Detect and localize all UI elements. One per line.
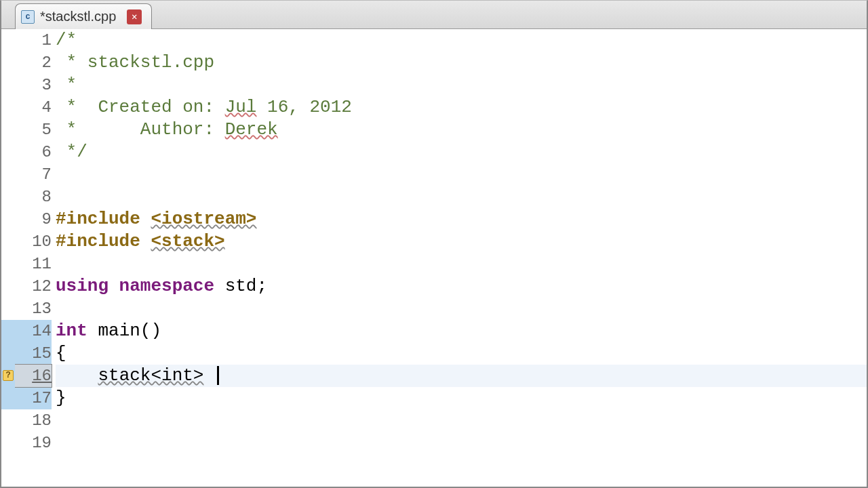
line-number: 18 bbox=[15, 409, 52, 432]
code-line[interactable]: * stackstl.cpp bbox=[56, 52, 867, 74]
code-line[interactable] bbox=[56, 409, 867, 432]
marker-cell bbox=[1, 230, 15, 253]
marker-cell bbox=[1, 409, 15, 432]
line-number: 1 bbox=[15, 29, 52, 52]
line-number: 4 bbox=[15, 96, 52, 119]
marker-cell bbox=[1, 432, 15, 454]
line-number: 16 bbox=[15, 365, 52, 387]
marker-cell bbox=[1, 208, 15, 230]
marker-cell bbox=[1, 320, 15, 342]
code-line[interactable]: int main() bbox=[56, 320, 867, 342]
editor-window: c *stackstl.cpp ✕ ? 12345678910111213141… bbox=[0, 0, 868, 488]
line-number: 7 bbox=[15, 163, 52, 186]
code-line[interactable] bbox=[56, 253, 867, 275]
code-line[interactable] bbox=[56, 298, 867, 320]
line-number: 5 bbox=[15, 119, 52, 141]
marker-cell bbox=[1, 342, 15, 365]
tab-bar: c *stackstl.cpp ✕ bbox=[1, 1, 867, 29]
code-line[interactable] bbox=[56, 432, 867, 454]
code-line[interactable]: * Author: Derek bbox=[56, 119, 867, 141]
code-line[interactable]: */ bbox=[56, 141, 867, 163]
line-number: 3 bbox=[15, 74, 52, 96]
code-line[interactable]: #include <iostream> bbox=[56, 208, 867, 230]
marker-cell bbox=[1, 141, 15, 163]
line-number: 11 bbox=[15, 253, 52, 275]
marker-cell bbox=[1, 253, 15, 275]
marker-cell: ? bbox=[1, 365, 15, 387]
line-number: 10 bbox=[15, 230, 52, 253]
line-number: 17 bbox=[15, 387, 52, 409]
text-cursor bbox=[217, 366, 219, 385]
line-number: 19 bbox=[15, 432, 52, 454]
code-line[interactable]: * bbox=[56, 74, 867, 96]
code-line[interactable] bbox=[56, 186, 867, 208]
line-number: 12 bbox=[15, 275, 52, 298]
marker-cell bbox=[1, 119, 15, 141]
code-line[interactable]: using namespace std; bbox=[56, 275, 867, 298]
marker-cell bbox=[1, 298, 15, 320]
line-number-gutter: 12345678910111213141516171819 bbox=[15, 29, 56, 487]
marker-cell bbox=[1, 186, 15, 208]
marker-cell bbox=[1, 29, 15, 52]
file-tab[interactable]: c *stackstl.cpp ✕ bbox=[15, 3, 152, 29]
cpp-file-icon: c bbox=[21, 10, 35, 24]
line-number: 6 bbox=[15, 141, 52, 163]
marker-cell bbox=[1, 387, 15, 409]
line-number: 8 bbox=[15, 186, 52, 208]
line-number: 14 bbox=[15, 320, 52, 342]
marker-cell bbox=[1, 52, 15, 74]
code-line[interactable]: /* bbox=[56, 29, 867, 52]
marker-column: ? bbox=[1, 29, 15, 487]
code-line[interactable]: } bbox=[56, 387, 867, 409]
editor-body[interactable]: ? 12345678910111213141516171819 /* * sta… bbox=[1, 29, 867, 487]
code-line[interactable]: stack<int> bbox=[56, 365, 867, 387]
close-icon[interactable]: ✕ bbox=[127, 9, 142, 24]
code-line[interactable]: #include <stack> bbox=[56, 230, 867, 253]
marker-cell bbox=[1, 74, 15, 96]
line-number: 13 bbox=[15, 298, 52, 320]
marker-cell bbox=[1, 275, 15, 298]
line-number: 2 bbox=[15, 52, 52, 74]
code-line[interactable]: { bbox=[56, 342, 867, 365]
marker-cell bbox=[1, 163, 15, 186]
line-number: 15 bbox=[15, 342, 52, 365]
code-line[interactable]: * Created on: Jul 16, 2012 bbox=[56, 96, 867, 119]
code-area[interactable]: /* * stackstl.cpp * * Created on: Jul 16… bbox=[56, 29, 867, 487]
code-line[interactable] bbox=[56, 163, 867, 186]
line-number: 9 bbox=[15, 208, 52, 230]
tab-title: *stackstl.cpp bbox=[40, 9, 116, 24]
warning-icon[interactable]: ? bbox=[3, 370, 14, 381]
marker-cell bbox=[1, 96, 15, 119]
